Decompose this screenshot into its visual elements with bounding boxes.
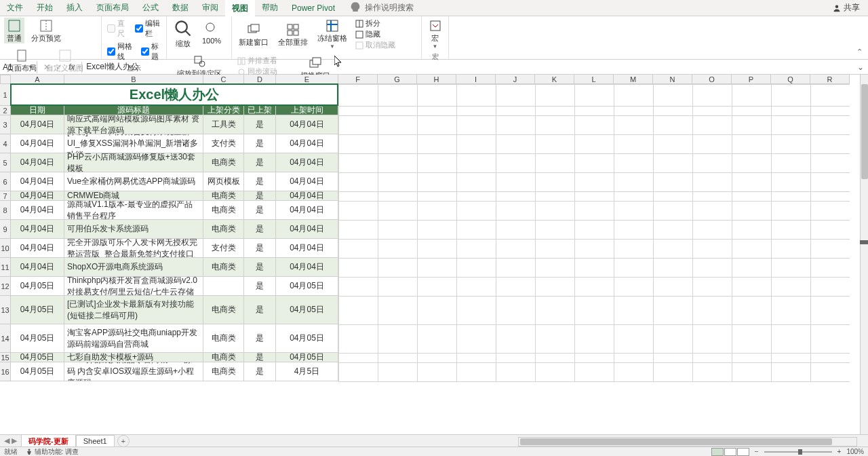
table-cell[interactable]: 04月04日 [276,115,338,134]
row-header[interactable]: 15 [0,353,11,362]
scrollbar-thumb[interactable] [861,84,868,179]
row-header[interactable]: 12 [0,277,11,296]
table-header-cell[interactable]: 日期 [11,106,64,115]
enter-formula-button[interactable]: ✓ [54,62,64,73]
table-cell[interactable]: 是 [244,239,276,258]
table-cell[interactable]: 响应式高端网站模板源码图库素材 资源下载平台源码 [64,115,203,134]
table-cell[interactable]: 04月05日 [276,324,338,353]
row-header[interactable]: 13 [0,296,11,324]
tab-layout[interactable]: 页面布局 [90,0,136,16]
table-cell[interactable]: Vue全家桶仿网易优选APP商城源码 [64,172,203,191]
table-cell[interactable]: 04月04日 [276,258,338,277]
new-window-button[interactable]: 新建窗口 [236,22,271,48]
page-break-toggle[interactable] [737,448,749,456]
freeze-panes-button[interactable]: 冻结窗格 ▼ [315,18,350,51]
row-header[interactable]: 6 [0,172,11,191]
expand-formula-bar-button[interactable]: ⌄ [853,62,868,72]
table-cell[interactable]: 支付类 [203,134,244,153]
column-header[interactable]: C [203,75,244,84]
table-cell[interactable]: 淘宝客APP源码社交电商uniapp开发源码前端源码自营商城 [64,324,203,353]
table-cell[interactable]: 04月04日 [11,201,64,220]
table-cell[interactable] [203,277,244,296]
zoom-out-button[interactable]: − [755,448,759,455]
table-cell[interactable]: 完全开源版可乐个人发卡网无授权完整运营版_整合最新免签约支付接口 [64,239,203,258]
column-header[interactable]: L [574,75,614,84]
row-header[interactable]: 10 [0,239,11,258]
row-headers[interactable]: 12345678910111213141516 [0,84,11,381]
table-cell[interactable]: 04月04日 [11,239,64,258]
row-header[interactable]: 1 [0,84,11,106]
column-header[interactable]: K [535,75,574,84]
normal-view-toggle[interactable] [711,448,724,456]
table-cell[interactable]: 是 [244,134,276,153]
table-cell[interactable]: 04月05日 [276,296,338,324]
zoom-level[interactable]: 100% [846,448,864,455]
table-cell[interactable]: 支付类 [203,239,244,258]
column-header[interactable]: D [244,75,276,84]
ruler-checkbox[interactable]: 直尺 [106,18,128,39]
tab-help[interactable]: 帮助 [255,0,285,16]
tab-review[interactable]: 审阅 [195,0,225,16]
zoom-100-button[interactable]: 100% [199,20,224,46]
table-cell[interactable]: 04月05日 [11,296,64,324]
column-header[interactable]: P [732,75,771,84]
split-button[interactable]: 拆分 [354,18,397,28]
table-cell[interactable]: 04月04日 [11,191,64,201]
table-cell[interactable]: 是 [244,220,276,239]
table-cell[interactable]: 电商类 [203,201,244,220]
row-header[interactable]: 14 [0,324,11,353]
column-header[interactable]: G [378,75,417,84]
page-layout-toggle[interactable] [724,448,736,456]
tab-formulas[interactable]: 公式 [136,0,165,16]
table-cell[interactable]: 04月04日 [11,220,64,239]
column-header[interactable]: H [417,75,456,84]
tab-file[interactable]: 文件 [0,0,30,16]
row-header[interactable]: 16 [0,362,11,381]
row-header[interactable]: 5 [0,153,11,172]
table-cell[interactable]: 是 [244,353,276,362]
column-header[interactable]: N [653,75,692,84]
table-cell[interactable]: 网页模板 [203,172,244,191]
table-header-cell[interactable]: 源码标题 [64,106,203,115]
row-header[interactable]: 8 [0,201,11,220]
arrange-all-button[interactable]: 全部重排 [275,22,311,48]
macros-button[interactable]: 宏 ▼ [426,18,445,51]
table-cell[interactable]: 是 [244,172,276,191]
table-cell[interactable]: 是 [244,258,276,277]
table-cell[interactable]: 是 [244,115,276,134]
table-cell[interactable]: 电商类 [203,353,244,362]
table-cell[interactable]: JAVA开源成人用品零售商城APP源码 内含安卓IOS双端原生源码+小程序源码 [64,362,203,381]
sheet-tab[interactable]: Sheet1 [76,435,115,446]
table-cell[interactable]: 是 [244,296,276,324]
table-cell[interactable]: Thinkphp内核开发盲盒商城源码v2.0 对接易支付/阿里云短信/七牛云存储 [64,277,203,296]
table-cell[interactable]: 是 [244,191,276,201]
column-header[interactable]: I [456,75,496,84]
table-cell[interactable]: 电商类 [203,258,244,277]
table-cell[interactable]: 电商类 [203,153,244,172]
zoom-slider[interactable] [764,451,832,453]
tell-me-search[interactable]: 操作说明搜索 [342,0,420,18]
zoom-in-button[interactable]: + [837,448,842,455]
table-cell[interactable]: 04月04日 [11,153,64,172]
tab-view[interactable]: 视图 [225,0,255,17]
worksheet-grid[interactable]: ABCDEFGHIJKLMNOPQR 123456789101112131415… [0,75,868,442]
row-header[interactable]: 2 [0,106,11,115]
table-cell[interactable]: 电商类 [203,220,244,239]
table-cell[interactable]: 04月05日 [276,277,338,296]
table-cell[interactable]: 是 [244,324,276,353]
row-header[interactable]: 7 [0,191,11,201]
table-cell[interactable]: [亲测] 2022四方聚合支付系统全新UI_修复XSS漏洞补单漏洞_新增诸多功能 [64,134,203,153]
table-cell[interactable]: 04月04日 [276,134,338,153]
table-cell[interactable]: ShopXO开源电商系统源码 [64,258,203,277]
column-header[interactable]: E [276,75,338,84]
table-header-cell[interactable]: 上架分类 [203,106,244,115]
table-cell[interactable]: 04月04日 [276,201,338,220]
table-cell[interactable]: 电商类 [203,362,244,381]
column-header[interactable]: A [11,75,64,84]
table-cell[interactable]: 04月05日 [276,353,338,362]
hide-button[interactable]: 隐藏 [354,29,397,39]
status-accessibility[interactable]: 辅助功能: 调查 [26,447,79,457]
table-cell[interactable]: 04月05日 [11,353,64,362]
table-cell[interactable]: 04月04日 [276,172,338,191]
tab-powerpivot[interactable]: Power Pivot [285,1,342,16]
